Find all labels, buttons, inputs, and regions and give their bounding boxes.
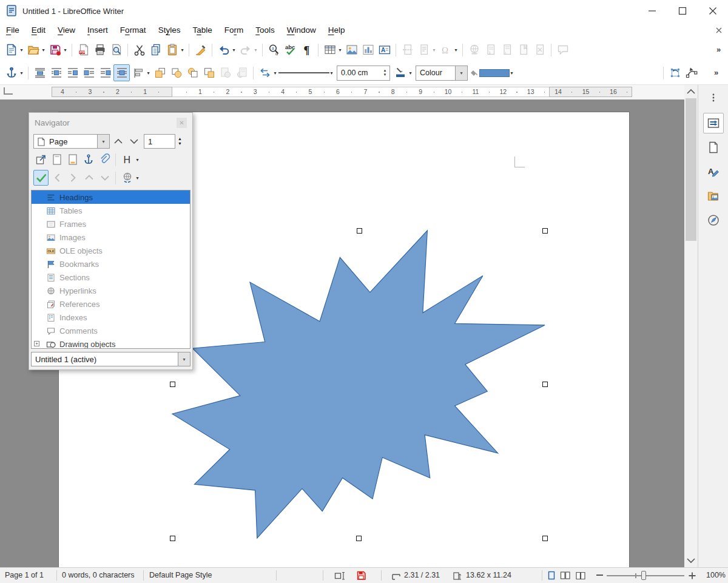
- wrap-optimal-button[interactable]: [64, 64, 81, 81]
- arrow-style-dropdown-icon[interactable]: ▾: [272, 70, 278, 76]
- selection-handle[interactable]: [356, 536, 362, 541]
- cut-button[interactable]: [131, 41, 147, 58]
- wrap-through-button[interactable]: [113, 64, 130, 81]
- area-style-dropdown-icon[interactable]: ▾: [455, 66, 467, 80]
- heading-levels-dropdown-icon[interactable]: ▾: [135, 157, 140, 163]
- navigator-item-images[interactable]: Images: [32, 231, 190, 244]
- navigator-item-drawing-objects[interactable]: +Drawing objects: [32, 337, 190, 349]
- menu-view[interactable]: View: [52, 23, 81, 37]
- selection-handle[interactable]: [542, 536, 548, 541]
- menu-edit[interactable]: Edit: [25, 23, 52, 37]
- navigator-close-icon[interactable]: ✕: [177, 118, 187, 128]
- wrap-before-button[interactable]: [81, 64, 97, 81]
- navigator-title-bar[interactable]: Navigator ✕: [29, 113, 192, 132]
- insert-table-button[interactable]: [322, 41, 338, 58]
- menu-insert[interactable]: Insert: [81, 23, 114, 37]
- navigate-by-select[interactable]: Page ▾: [33, 134, 110, 149]
- page-count[interactable]: Page 1 of 1: [5, 571, 44, 579]
- line-width-spin-icons[interactable]: ▲▼: [380, 66, 389, 80]
- save-dropdown-icon[interactable]: ▾: [62, 47, 68, 53]
- menu-help[interactable]: Help: [322, 23, 351, 37]
- toolbar-overflow-button[interactable]: »: [712, 41, 728, 58]
- navigator-item-indexes[interactable]: Indexes: [32, 311, 190, 324]
- wrap-parallel-button[interactable]: [48, 64, 64, 81]
- word-count[interactable]: 0 words, 0 characters: [62, 571, 135, 579]
- close-icon[interactable]: [698, 0, 728, 22]
- send-to-back-button[interactable]: [201, 64, 217, 81]
- navigator-item-bookmarks[interactable]: Bookmarks: [32, 257, 190, 271]
- forward-one-button[interactable]: [168, 64, 184, 81]
- horizontal-ruler[interactable]: 432112345678910111213141516: [52, 87, 631, 97]
- navigator-item-sections[interactable]: Sections: [32, 271, 190, 284]
- menu-window[interactable]: Window: [281, 23, 322, 37]
- insert-chart-button[interactable]: [360, 41, 376, 58]
- anchor-text-button[interactable]: [81, 152, 96, 167]
- selection-handle[interactable]: [357, 228, 362, 234]
- undo-dropdown-icon[interactable]: ▾: [231, 47, 237, 53]
- line-color-button[interactable]: [392, 64, 408, 81]
- navigate-by-dropdown-icon[interactable]: ▾: [97, 135, 109, 148]
- footer-button[interactable]: [65, 152, 80, 167]
- insert-image-button[interactable]: [343, 41, 360, 58]
- scroll-down-icon[interactable]: [684, 554, 698, 567]
- tab-navigator[interactable]: [703, 210, 724, 231]
- document-selector-dropdown-icon[interactable]: ▾: [178, 352, 190, 366]
- paste-button[interactable]: [164, 41, 180, 58]
- menu-format[interactable]: Format: [114, 23, 152, 37]
- copy-button[interactable]: [147, 41, 164, 58]
- tab-page[interactable]: [703, 137, 724, 158]
- open-dropdown-icon[interactable]: ▾: [41, 47, 46, 53]
- align-objects-dropdown-icon[interactable]: ▾: [146, 70, 151, 76]
- anchor-button[interactable]: [3, 64, 19, 81]
- new-document-button[interactable]: [3, 41, 19, 58]
- page-number-spin-icons[interactable]: ▲▼: [178, 136, 182, 146]
- open-button[interactable]: [25, 41, 41, 58]
- zoom-in-icon[interactable]: [688, 571, 696, 580]
- scrollbar-thumb[interactable]: [686, 98, 696, 241]
- back-one-button[interactable]: [184, 64, 201, 81]
- spelling-button[interactable]: abc: [282, 41, 298, 58]
- next-page-button[interactable]: [126, 133, 141, 149]
- navigator-item-references[interactable]: References: [32, 297, 190, 311]
- tab-stop-selector-icon[interactable]: [4, 87, 13, 95]
- line-color-dropdown-icon[interactable]: ▾: [408, 70, 413, 76]
- menu-styles[interactable]: Styles: [152, 23, 187, 37]
- object-size[interactable]: 13.62 x 11.24: [466, 571, 511, 579]
- navigator-item-ole-objects[interactable]: OLEOLE objects: [32, 244, 190, 257]
- points-button[interactable]: [683, 64, 699, 81]
- clone-formatting-button[interactable]: [192, 41, 209, 58]
- navigator-item-comments[interactable]: Comments: [32, 324, 190, 337]
- toggle-master-view-button[interactable]: [33, 152, 49, 167]
- selection-handle[interactable]: [170, 382, 175, 387]
- tab-properties[interactable]: [703, 113, 724, 133]
- toolbar-overflow-button[interactable]: »: [709, 64, 726, 81]
- set-reminder-button[interactable]: [96, 152, 112, 167]
- export-pdf-button[interactable]: PDF: [75, 41, 92, 58]
- tab-styles[interactable]: A: [703, 161, 724, 182]
- area-style-select[interactable]: Colour▾: [416, 66, 468, 81]
- zoom-level[interactable]: 100%: [701, 571, 726, 579]
- navigator-item-frames[interactable]: Frames: [32, 217, 190, 231]
- menu-file[interactable]: File: [0, 23, 25, 37]
- fill-color-dropdown-icon[interactable]: ▾: [509, 70, 514, 76]
- insert-special-character-dropdown-icon[interactable]: ▾: [453, 47, 459, 53]
- fill-color-button[interactable]: [470, 64, 510, 81]
- formatting-marks-button[interactable]: ¶: [298, 41, 315, 58]
- insert-mode-icon[interactable]: [334, 571, 346, 581]
- book-view-icon[interactable]: [575, 571, 586, 581]
- vertical-scrollbar[interactable]: [684, 85, 698, 567]
- arrow-style-button[interactable]: [257, 64, 273, 81]
- close-document-icon[interactable]: [715, 26, 723, 35]
- header-button[interactable]: [49, 152, 64, 167]
- minimize-icon[interactable]: [637, 0, 667, 22]
- explosion-shape[interactable]: [172, 231, 545, 538]
- document-selector[interactable]: Untitled 1 (active) ▾: [31, 352, 190, 366]
- heading-levels-button[interactable]: H: [120, 152, 135, 167]
- cursor-position[interactable]: 2.31 / 2.31: [404, 571, 440, 579]
- page-number-input[interactable]: 1: [144, 134, 175, 149]
- zoom-out-icon[interactable]: [596, 575, 603, 576]
- menu-form[interactable]: Form: [218, 23, 250, 37]
- selection-handle[interactable]: [542, 228, 548, 234]
- navigator-item-tables[interactable]: Tables: [32, 204, 190, 217]
- multi-page-view-icon[interactable]: [560, 571, 571, 581]
